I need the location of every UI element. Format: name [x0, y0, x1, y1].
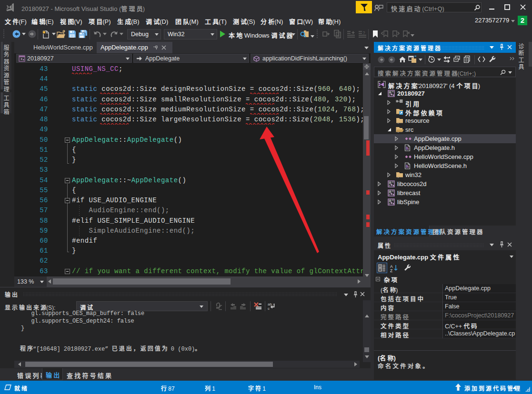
- svg-text:?: ?: [363, 30, 365, 35]
- svg-text:h: h: [406, 146, 409, 151]
- svg-text:c: c: [268, 306, 270, 310]
- svg-text:h: h: [406, 164, 409, 169]
- svg-text:Z: Z: [390, 268, 392, 273]
- svg-text:ab: ab: [268, 302, 272, 306]
